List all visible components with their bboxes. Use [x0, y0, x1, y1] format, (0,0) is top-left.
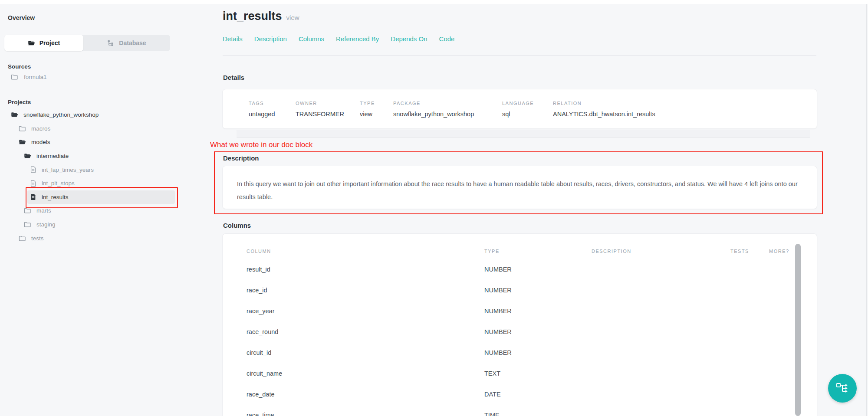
tab-description[interactable]: Description [254, 35, 287, 43]
meta-label: RELATION [553, 101, 817, 106]
tab-code[interactable]: Code [439, 35, 455, 43]
columns-section-heading: Columns [223, 222, 251, 229]
tree-item-macros[interactable]: macros [0, 122, 195, 136]
meta-language: LANGUAGE sql [502, 101, 553, 118]
meta-label: TYPE [360, 101, 393, 106]
meta-value: view [360, 111, 393, 118]
folder-icon [19, 235, 26, 242]
tree-item-label: snowflake_python_workshop [23, 111, 99, 118]
column-header-more: MORE? [769, 249, 817, 254]
page-title: int_resultsview [223, 10, 299, 23]
overview-heading: Overview [8, 14, 35, 21]
column-name: result_id [247, 266, 484, 273]
tab-referenced-by[interactable]: Referenced By [336, 35, 379, 43]
table-row-result-id[interactable]: result_id NUMBER [247, 259, 817, 280]
column-header-tests: TESTS [730, 249, 769, 254]
meta-package: PACKAGE snowflake_python_workshop [393, 101, 502, 118]
tree-item-label: staging [36, 221, 56, 228]
tree-item-label: int_pit_stops [42, 180, 75, 187]
meta-tags: TAGS untagged [249, 101, 296, 118]
table-row-circuit-name[interactable]: circuit_name TEXT [247, 363, 817, 384]
folder-icon [24, 207, 31, 214]
header-divider [223, 55, 816, 56]
tree-item-label: models [31, 139, 50, 145]
column-type: NUMBER [484, 328, 592, 335]
tree-item-int-lap-times-years[interactable]: int_lap_times_years [0, 163, 206, 177]
table-row-race-date[interactable]: race_date DATE [247, 384, 817, 405]
details-horizontal-scrollbar[interactable] [237, 130, 810, 138]
folder-icon [19, 125, 26, 132]
folder-open-icon [19, 139, 26, 145]
column-name: race_time [247, 412, 484, 416]
lineage-graph-button[interactable] [828, 374, 857, 403]
file-solid-icon [30, 193, 36, 200]
meta-label: PACKAGE [393, 101, 502, 106]
tree-item-marts[interactable]: marts [0, 204, 200, 218]
table-row-race-time[interactable]: race_time TIME [247, 405, 817, 416]
meta-relation: RELATION ANALYTICS.dbt_hwatson.int_resul… [553, 101, 817, 118]
tree-item-models[interactable]: models [0, 135, 195, 149]
column-name: circuit_name [247, 370, 484, 377]
meta-value: sql [502, 111, 553, 118]
tree-item-snowflake-python-workshop[interactable]: snowflake_python_workshop [0, 108, 187, 122]
column-type: NUMBER [484, 349, 592, 356]
table-row-race-round[interactable]: race_round NUMBER [247, 321, 817, 342]
table-row-race-id[interactable]: race_id NUMBER [247, 280, 817, 301]
details-section-heading: Details [223, 74, 244, 81]
tree-item-label: int_results [42, 194, 69, 200]
column-type: NUMBER [484, 266, 592, 273]
sources-heading: Sources [8, 63, 31, 70]
tree-item-label: intermediate [36, 153, 69, 159]
column-type: TEXT [484, 370, 592, 377]
annotation-text: What we wrote in our doc block [210, 141, 312, 149]
column-name: race_date [247, 391, 484, 398]
meta-value: TRANSFORMER [296, 111, 360, 118]
details-meta-row: TAGS untagged OWNER TRANSFORMER TYPE vie… [223, 89, 817, 118]
details-card: TAGS untagged OWNER TRANSFORMER TYPE vie… [222, 89, 817, 129]
page-right-divider [866, 4, 867, 416]
tree-item-tests[interactable]: tests [0, 231, 195, 245]
columns-table-header: COLUMN TYPE DESCRIPTION TESTS MORE? [247, 249, 817, 254]
tree-item-int-pit-stops[interactable]: int_pit_stops [0, 177, 206, 190]
folder-icon [11, 74, 18, 80]
column-type: TIME [484, 412, 592, 416]
tree-item-label: tests [31, 235, 44, 242]
column-type: NUMBER [484, 308, 592, 314]
description-text: In this query we want to join out other … [223, 166, 817, 203]
tree-item-label: int_lap_times_years [42, 167, 94, 173]
tab-depends-on[interactable]: Depends On [391, 35, 427, 43]
toggle-project-label: Project [39, 39, 60, 46]
tree-item-staging[interactable]: staging [0, 218, 200, 232]
project-database-toggle: Project Database [4, 35, 170, 51]
tab-bar: Details Description Columns Referenced B… [223, 35, 454, 43]
tree-hierarchy-icon [107, 40, 115, 46]
columns-vertical-scrollbar[interactable] [795, 244, 801, 416]
file-icon [30, 180, 36, 187]
folder-open-icon [24, 153, 31, 159]
model-type-subtitle: view [286, 14, 299, 21]
tree-item-label: marts [36, 207, 51, 214]
folder-icon [24, 221, 31, 228]
table-row-race-year[interactable]: race_year NUMBER [247, 301, 817, 321]
folder-open-icon [28, 40, 35, 46]
column-name: race_id [247, 287, 484, 294]
source-item-label: formula1 [24, 74, 47, 80]
column-type: DATE [484, 391, 592, 398]
model-name: int_results [223, 10, 282, 23]
meta-value: snowflake_python_workshop [393, 111, 502, 118]
tree-item-intermediate[interactable]: intermediate [0, 149, 200, 163]
columns-table-body: result_id NUMBER race_id NUMBER race_yea… [247, 259, 817, 416]
meta-label: OWNER [296, 101, 360, 106]
table-row-circuit-id[interactable]: circuit_id NUMBER [247, 342, 817, 363]
tab-details[interactable]: Details [223, 35, 243, 43]
column-name: race_round [247, 328, 484, 335]
meta-value: ANALYTICS.dbt_hwatson.int_results [553, 111, 817, 118]
source-item-formula1[interactable]: formula1 [11, 74, 47, 80]
description-card: In this query we want to join out other … [222, 166, 817, 209]
tab-columns[interactable]: Columns [299, 35, 324, 43]
toggle-database[interactable]: Database [83, 35, 170, 51]
toggle-project[interactable]: Project [4, 35, 83, 51]
column-type: NUMBER [484, 287, 592, 294]
tree-item-int-results-selected[interactable]: int_results [27, 190, 175, 204]
meta-label: LANGUAGE [502, 101, 553, 106]
